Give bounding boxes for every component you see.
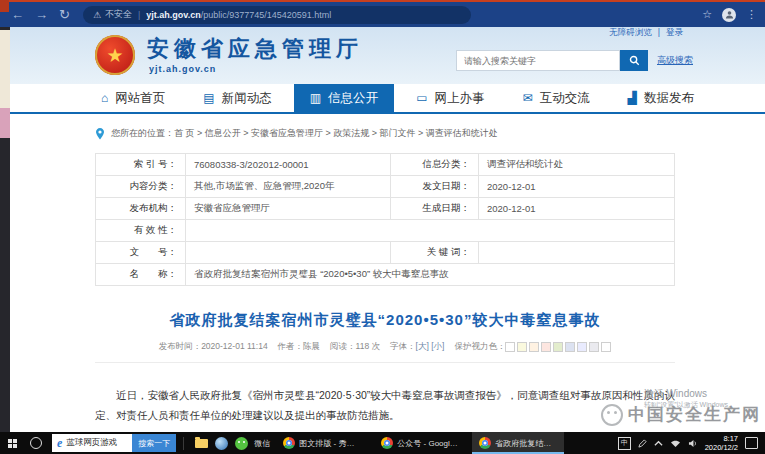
doc-name-value: 省政府批复结案宿州市灵璧县 “2020•5•30” 较大中毒窒息事故 bbox=[186, 264, 675, 286]
watermark-logo-text: 中国安全生产网 bbox=[628, 403, 761, 426]
taskbar-window-current-article[interactable]: 省政府批复结案宿... bbox=[472, 432, 564, 454]
article-body: 近日，安徽省人民政府批复《宿州市灵璧县“2020·5·30”较大中毒窒息事故调查… bbox=[95, 385, 675, 425]
eye-protect-swatch[interactable] bbox=[565, 342, 575, 352]
publisher-label: 发布机构： bbox=[96, 198, 186, 220]
window-title: 省政府批复结案宿... bbox=[495, 438, 557, 449]
breadcrumb-text[interactable]: 您所在的位置：首 页 > 信息公开 > 安徽省应急管理厅 > 政策法规 > 部门… bbox=[111, 127, 498, 140]
nav-item-interaction[interactable]: ✉ 互动交流 bbox=[507, 84, 606, 112]
eye-protect-swatch[interactable] bbox=[505, 342, 515, 352]
taskbar-search-button[interactable]: 搜索一下 bbox=[132, 434, 176, 452]
index-number-label: 索 引 号： bbox=[96, 154, 186, 176]
chevron-up-icon[interactable] bbox=[654, 440, 663, 447]
profile-avatar[interactable] bbox=[722, 8, 736, 22]
wechat-label[interactable]: 微信 bbox=[254, 438, 270, 449]
font-small-button[interactable]: [小] bbox=[431, 341, 444, 351]
publisher-value: 安徽省应急管理厅 bbox=[186, 198, 391, 220]
read-count: 阅读：118 次 bbox=[330, 341, 380, 353]
nav-item-online-services[interactable]: ▭ 网上办事 bbox=[400, 84, 500, 112]
emblem-star-icon: ★ bbox=[106, 44, 123, 67]
wechat-button[interactable] bbox=[231, 432, 251, 454]
eye-protect-swatch[interactable] bbox=[589, 342, 599, 352]
article-title: 省政府批复结案宿州市灵璧县“2020•5•30”较大中毒窒息事故 bbox=[95, 311, 675, 330]
validity-value bbox=[186, 220, 675, 242]
ime-icon[interactable]: 中 bbox=[618, 437, 631, 450]
browser-actions: ☆ ⋮ bbox=[702, 8, 757, 22]
nav-item-info-disclosure[interactable]: ▥ 信息公开 bbox=[294, 84, 394, 112]
search-input[interactable] bbox=[456, 50, 620, 71]
accessibility-link[interactable]: 无障碍浏览 bbox=[609, 27, 652, 39]
issue-date-label: 发文日期： bbox=[391, 176, 479, 198]
browser-menu-icon[interactable]: ⋮ bbox=[746, 8, 757, 21]
forward-icon[interactable]: → bbox=[35, 8, 48, 21]
address-bar[interactable]: ⚠ 不安全 | yjt.ah.gov.cn/public/9377745/145… bbox=[83, 6, 471, 24]
taskbar-window-xiumi[interactable]: 图文排版 - 秀米 XI... bbox=[276, 432, 368, 454]
nav-label: 网站首页 bbox=[115, 90, 165, 107]
nav-item-data-release[interactable]: ▟ 数据发布 bbox=[612, 84, 710, 112]
eye-protect-swatch[interactable] bbox=[541, 342, 551, 352]
index-number-value: 76080338-3/202012-00001 bbox=[186, 154, 391, 176]
ie-icon: e bbox=[57, 436, 62, 451]
location-pin-icon bbox=[95, 128, 105, 140]
font-large-button[interactable]: [大] bbox=[416, 341, 429, 351]
clock[interactable]: 8:17 2020/12/2 bbox=[705, 434, 738, 452]
eye-protect-swatches bbox=[505, 342, 611, 352]
start-button[interactable] bbox=[0, 432, 24, 454]
doc-number-label: 文 号： bbox=[96, 242, 186, 264]
eye-protect-swatch[interactable] bbox=[577, 342, 587, 352]
login-link[interactable]: 登录 bbox=[666, 27, 683, 39]
notification-center-icon[interactable] bbox=[745, 437, 758, 449]
earth-icon bbox=[215, 437, 228, 450]
back-icon[interactable]: ← bbox=[11, 8, 24, 21]
cortana-button[interactable] bbox=[24, 432, 48, 454]
news-icon: ▤ bbox=[203, 91, 214, 105]
site-title: 安徽省应急管理厅 bbox=[147, 34, 363, 64]
eye-protect-swatch[interactable] bbox=[553, 342, 563, 352]
publish-time: 发布时间：2020-12-01 11:14 bbox=[159, 341, 268, 353]
address-divider: | bbox=[138, 10, 140, 20]
not-secure-label: 不安全 bbox=[105, 8, 132, 21]
chart-icon: ▟ bbox=[628, 91, 637, 105]
file-explorer-button[interactable] bbox=[191, 432, 211, 454]
eye-protect-swatch[interactable] bbox=[529, 342, 539, 352]
bookmark-star-icon[interactable]: ☆ bbox=[702, 8, 712, 21]
document-icon: ▥ bbox=[310, 91, 321, 105]
nav-label: 数据发布 bbox=[644, 90, 694, 107]
folder-icon bbox=[195, 439, 208, 448]
generate-date-value: 2020-12-01 bbox=[479, 198, 675, 220]
validity-label: 有 效 性： bbox=[96, 220, 186, 242]
wechat-icon bbox=[235, 437, 248, 450]
eye-protect-swatch[interactable] bbox=[601, 342, 611, 352]
site-watermark-logo: 中国安全生产网 bbox=[601, 403, 761, 426]
taskbar-search-box[interactable]: e 蓝球网页游戏 搜索一下 bbox=[52, 434, 176, 452]
windows-taskbar: e 蓝球网页游戏 搜索一下 微信 图文排版 - 秀米 XI... 公众号 - G… bbox=[0, 432, 765, 454]
font-label: 字体： bbox=[390, 341, 416, 351]
content-class-label: 内容分类： bbox=[96, 176, 186, 198]
search-icon bbox=[629, 55, 640, 66]
advanced-search-link[interactable]: 高级搜索 bbox=[657, 54, 693, 67]
pen-icon[interactable] bbox=[638, 439, 647, 448]
reload-icon[interactable]: ↻ bbox=[59, 8, 70, 21]
keyword-label: 关 键 词： bbox=[391, 242, 479, 264]
table-row: 有 效 性： bbox=[96, 220, 675, 242]
url-path: /public/9377745/145420591.html bbox=[201, 10, 332, 20]
info-class-value: 调查评估和统计处 bbox=[479, 154, 675, 176]
author: 作者：陈晨 bbox=[278, 341, 321, 353]
browser-toolbar: ← → ↻ ⚠ 不安全 | yjt.ah.gov.cn/public/93777… bbox=[0, 2, 765, 27]
site-search: 高级搜索 bbox=[456, 50, 693, 71]
wifi-icon[interactable] bbox=[670, 439, 681, 448]
search-button[interactable] bbox=[620, 50, 648, 71]
google-earth-button[interactable] bbox=[211, 432, 231, 454]
nav-item-news[interactable]: ▤ 新闻动态 bbox=[187, 84, 287, 112]
table-row: 索 引 号： 76080338-3/202012-00001 信息分类： 调查评… bbox=[96, 154, 675, 176]
doc-number-value bbox=[186, 242, 391, 264]
windows-logo-icon bbox=[8, 439, 17, 448]
cortana-circle-icon bbox=[30, 437, 42, 449]
nav-item-home[interactable]: ⌂ 网站首页 bbox=[85, 84, 181, 112]
volume-icon[interactable] bbox=[688, 439, 698, 448]
eye-protect-swatch[interactable] bbox=[517, 342, 527, 352]
chrome-icon bbox=[381, 437, 393, 449]
taskbar-window-official-account[interactable]: 公众号 - Google ... bbox=[374, 432, 466, 454]
document-info-table: 索 引 号： 76080338-3/202012-00001 信息分类： 调查评… bbox=[95, 153, 675, 286]
taskbar-divider bbox=[183, 437, 184, 450]
left-strip-pink-segment bbox=[0, 108, 10, 138]
